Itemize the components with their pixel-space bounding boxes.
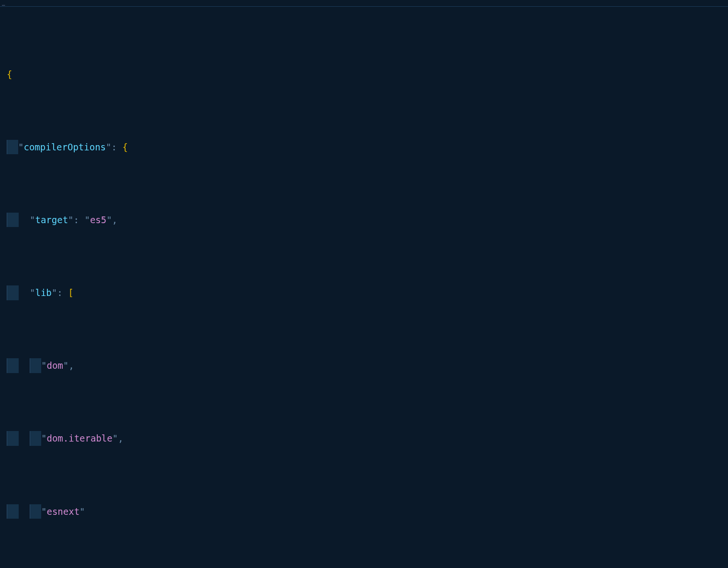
json-string: esnext bbox=[46, 506, 80, 517]
json-key: lib bbox=[35, 287, 51, 298]
code-line: "dom", bbox=[7, 358, 254, 373]
gutter bbox=[0, 7, 7, 568]
editor-top-bar: … bbox=[0, 0, 728, 7]
top-bar-text: … bbox=[2, 1, 5, 7]
code-editor[interactable]: { "compilerOptions": { "target": "es5", … bbox=[0, 7, 728, 568]
code-line: "esnext" bbox=[7, 504, 254, 519]
brace-open: { bbox=[7, 69, 12, 80]
json-key: compilerOptions bbox=[23, 142, 106, 152]
code-line: "compilerOptions": { bbox=[7, 140, 254, 155]
json-string: es5 bbox=[90, 215, 106, 225]
code-line: { bbox=[7, 67, 254, 82]
json-key: target bbox=[35, 215, 68, 225]
code-content[interactable]: { "compilerOptions": { "target": "es5", … bbox=[7, 7, 254, 568]
json-string: dom bbox=[46, 360, 63, 371]
code-line: "dom.iterable", bbox=[7, 431, 254, 446]
json-string: dom.iterable bbox=[46, 433, 112, 443]
code-line: "lib": [ bbox=[7, 285, 254, 300]
code-line: "target": "es5", bbox=[7, 213, 254, 227]
